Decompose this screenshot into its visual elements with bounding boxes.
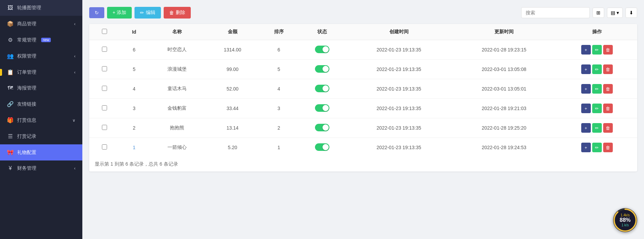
action-add-button[interactable]: + <box>581 143 591 152</box>
table-row: 2抱抱熊13.1422022-01-23 19:13:352022-01-28 … <box>89 118 637 138</box>
row-id: 4 <box>120 79 149 99</box>
row-amount: 13.14 <box>206 118 259 138</box>
add-button[interactable]: + 添加 <box>107 7 132 19</box>
row-name: 抱抱熊 <box>149 118 206 138</box>
sidebar-label-reward-info: 打赏信息 <box>17 117 36 123</box>
edit-icon: ✏ <box>140 10 144 15</box>
col-actions: 操作 <box>557 24 637 40</box>
action-add-button[interactable]: + <box>581 64 591 74</box>
row-checkbox[interactable] <box>102 86 107 91</box>
row-order: 4 <box>259 79 298 99</box>
status-toggle[interactable] <box>315 65 329 73</box>
row-actions: +✏🗑 <box>557 99 637 118</box>
toolbar: ↻ + 添加 ✏ 编辑 🗑 删除 ⊞ ▤ ▾ ⬇ <box>89 7 637 19</box>
pagination-info: 显示第 1 到第 6 条记录，总共 6 条记录 <box>89 157 637 171</box>
link-icon: 🔗 <box>7 101 14 107</box>
action-delete-button[interactable]: 🗑 <box>603 64 613 74</box>
action-add-button[interactable]: + <box>581 84 591 94</box>
sidebar-item-reward-info[interactable]: 🎁打赏信息∨ <box>0 112 82 128</box>
sidebar-item-general[interactable]: ⚙常规管理new <box>0 32 82 48</box>
row-checkbox-cell <box>89 118 120 138</box>
expand-arrow-icon: ‹ <box>74 70 75 75</box>
row-checkbox[interactable] <box>102 105 107 110</box>
sidebar-item-poster[interactable]: 🗺海报管理 <box>0 80 82 96</box>
action-delete-button[interactable]: 🗑 <box>603 84 613 94</box>
edit-button[interactable]: ✏ 编辑 <box>134 7 161 19</box>
action-edit-button[interactable]: ✏ <box>592 45 602 55</box>
action-edit-button[interactable]: ✏ <box>592 104 602 113</box>
row-name: 浪漫城堡 <box>149 60 206 79</box>
search-input[interactable] <box>521 7 590 18</box>
row-actions: +✏🗑 <box>557 40 637 60</box>
action-delete-button[interactable]: 🗑 <box>603 143 613 152</box>
gift-config-icon: 🎀 <box>7 149 14 156</box>
sidebar-label-permission: 权限管理 <box>17 53 36 59</box>
row-status <box>298 40 346 60</box>
row-status <box>298 138 346 157</box>
view-card-button[interactable]: ⊞ <box>593 8 604 18</box>
action-add-button[interactable]: + <box>581 104 591 113</box>
status-toggle[interactable] <box>315 104 329 112</box>
status-toggle[interactable] <box>315 46 329 53</box>
row-id: 5 <box>120 60 149 79</box>
sidebar-item-link[interactable]: 🔗友情链接 <box>0 96 82 112</box>
order-icon: 📋 <box>7 69 14 75</box>
row-checkbox[interactable] <box>102 66 107 71</box>
data-table-container: Id 名称 金额 排序 状态 创建时间 更新时间 操作 6时空恋人1314.00… <box>89 24 637 171</box>
row-order: 6 <box>259 40 298 60</box>
select-all-col <box>89 24 120 40</box>
export-button[interactable]: ⬇ <box>625 8 637 18</box>
view-list-button[interactable]: ▤ ▾ <box>607 8 623 18</box>
permission-icon: 👥 <box>7 53 14 59</box>
table-header-row: Id 名称 金额 排序 状态 创建时间 更新时间 操作 <box>89 24 637 40</box>
row-checkbox-cell <box>89 60 120 79</box>
row-status <box>298 118 346 138</box>
row-amount: 5.20 <box>206 138 259 157</box>
sidebar-item-order[interactable]: 📋订单管理‹ <box>0 64 82 80</box>
sidebar-item-gift-config[interactable]: 🎀礼物配置 <box>0 144 82 160</box>
delete-button[interactable]: 🗑 删除 <box>164 7 191 19</box>
action-add-button[interactable]: + <box>581 123 591 133</box>
refresh-button[interactable]: ↻ <box>89 7 104 18</box>
reward-info-icon: 🎁 <box>7 117 14 123</box>
carousel-icon: 🖼 <box>7 5 14 11</box>
action-edit-button[interactable]: ✏ <box>592 84 602 94</box>
sidebar-item-permission[interactable]: 👥权限管理‹ <box>0 48 82 64</box>
sidebar-label-general: 常规管理 <box>17 37 36 43</box>
action-delete-button[interactable]: 🗑 <box>603 45 613 55</box>
sidebar-item-finance[interactable]: ¥财务管理‹ <box>0 160 82 176</box>
row-id-link[interactable]: 1 <box>133 145 136 150</box>
poster-icon: 🗺 <box>7 85 14 91</box>
row-updated: 2022-01-28 19:25:20 <box>452 118 557 138</box>
speed-widget: 1.4k/s 88% 1 k/s <box>613 208 637 232</box>
row-actions: +✏🗑 <box>557 60 637 79</box>
row-checkbox[interactable] <box>102 47 107 52</box>
row-status <box>298 79 346 99</box>
status-toggle[interactable] <box>315 85 329 92</box>
action-add-button[interactable]: + <box>581 45 591 55</box>
sidebar-item-carousel[interactable]: 🖼轮播图管理 <box>0 0 82 16</box>
sidebar-item-goods[interactable]: 📦商品管理‹ <box>0 16 82 32</box>
action-edit-button[interactable]: ✏ <box>592 143 602 152</box>
action-buttons: +✏🗑 <box>562 84 632 94</box>
row-checkbox[interactable] <box>102 125 107 130</box>
action-delete-button[interactable]: 🗑 <box>603 104 613 113</box>
col-order: 排序 <box>259 24 298 40</box>
action-edit-button[interactable]: ✏ <box>592 64 602 74</box>
main-content: ↻ + 添加 ✏ 编辑 🗑 删除 ⊞ ▤ ▾ ⬇ Id 名称 金额 <box>82 0 644 239</box>
col-name: 名称 <box>149 24 206 40</box>
sidebar-item-reward-log[interactable]: ☰打赏记录 <box>0 128 82 144</box>
sidebar-label-link: 友情链接 <box>17 101 36 107</box>
select-all-checkbox[interactable] <box>102 29 107 34</box>
action-delete-button[interactable]: 🗑 <box>603 123 613 133</box>
expand-arrow-icon: ‹ <box>74 22 75 26</box>
delete-icon: 🗑 <box>169 10 174 15</box>
row-actions: +✏🗑 <box>557 118 637 138</box>
col-updated: 更新时间 <box>452 24 557 40</box>
status-toggle[interactable] <box>315 143 329 151</box>
row-amount: 99.00 <box>206 60 259 79</box>
action-edit-button[interactable]: ✏ <box>592 123 602 133</box>
status-toggle[interactable] <box>315 124 329 131</box>
row-checkbox-cell <box>89 40 120 60</box>
row-checkbox[interactable] <box>102 144 107 150</box>
